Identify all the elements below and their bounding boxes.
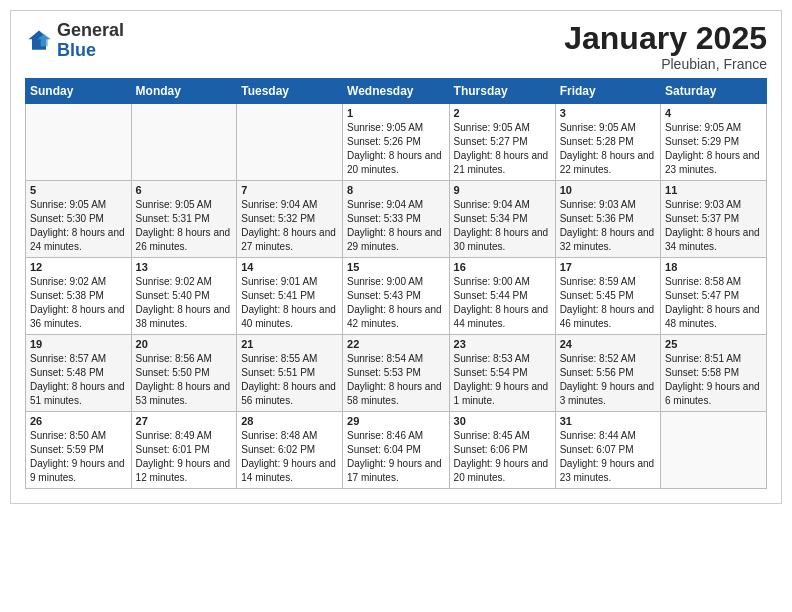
day-number: 26 [30, 415, 127, 427]
day-number: 16 [454, 261, 551, 273]
weekday-header-row: SundayMondayTuesdayWednesdayThursdayFrid… [26, 79, 767, 104]
day-info: Sunrise: 8:53 AM Sunset: 5:54 PM Dayligh… [454, 352, 551, 408]
day-cell: 6Sunrise: 9:05 AM Sunset: 5:31 PM Daylig… [131, 181, 237, 258]
day-info: Sunrise: 9:02 AM Sunset: 5:40 PM Dayligh… [136, 275, 233, 331]
weekday-header-thursday: Thursday [449, 79, 555, 104]
day-info: Sunrise: 8:51 AM Sunset: 5:58 PM Dayligh… [665, 352, 762, 408]
day-cell: 30Sunrise: 8:45 AM Sunset: 6:06 PM Dayli… [449, 412, 555, 489]
day-number: 5 [30, 184, 127, 196]
day-number: 11 [665, 184, 762, 196]
day-cell [26, 104, 132, 181]
day-cell: 7Sunrise: 9:04 AM Sunset: 5:32 PM Daylig… [237, 181, 343, 258]
day-info: Sunrise: 9:05 AM Sunset: 5:26 PM Dayligh… [347, 121, 445, 177]
day-info: Sunrise: 9:05 AM Sunset: 5:28 PM Dayligh… [560, 121, 656, 177]
day-info: Sunrise: 8:56 AM Sunset: 5:50 PM Dayligh… [136, 352, 233, 408]
day-cell: 17Sunrise: 8:59 AM Sunset: 5:45 PM Dayli… [555, 258, 660, 335]
day-number: 31 [560, 415, 656, 427]
day-number: 29 [347, 415, 445, 427]
day-number: 30 [454, 415, 551, 427]
logo-text: General Blue [57, 21, 124, 61]
day-info: Sunrise: 9:01 AM Sunset: 5:41 PM Dayligh… [241, 275, 338, 331]
page-header: General Blue January 2025 Pleubian, Fran… [25, 21, 767, 72]
weekday-header-friday: Friday [555, 79, 660, 104]
day-number: 28 [241, 415, 338, 427]
day-number: 14 [241, 261, 338, 273]
day-number: 21 [241, 338, 338, 350]
day-info: Sunrise: 8:48 AM Sunset: 6:02 PM Dayligh… [241, 429, 338, 485]
day-cell: 15Sunrise: 9:00 AM Sunset: 5:43 PM Dayli… [343, 258, 450, 335]
day-cell: 11Sunrise: 9:03 AM Sunset: 5:37 PM Dayli… [661, 181, 767, 258]
calendar-table: SundayMondayTuesdayWednesdayThursdayFrid… [25, 78, 767, 489]
day-cell: 23Sunrise: 8:53 AM Sunset: 5:54 PM Dayli… [449, 335, 555, 412]
day-number: 23 [454, 338, 551, 350]
weekday-header-wednesday: Wednesday [343, 79, 450, 104]
day-number: 2 [454, 107, 551, 119]
day-cell: 19Sunrise: 8:57 AM Sunset: 5:48 PM Dayli… [26, 335, 132, 412]
day-cell: 28Sunrise: 8:48 AM Sunset: 6:02 PM Dayli… [237, 412, 343, 489]
day-number: 17 [560, 261, 656, 273]
day-info: Sunrise: 9:04 AM Sunset: 5:33 PM Dayligh… [347, 198, 445, 254]
day-info: Sunrise: 8:59 AM Sunset: 5:45 PM Dayligh… [560, 275, 656, 331]
day-cell: 9Sunrise: 9:04 AM Sunset: 5:34 PM Daylig… [449, 181, 555, 258]
day-cell: 13Sunrise: 9:02 AM Sunset: 5:40 PM Dayli… [131, 258, 237, 335]
day-info: Sunrise: 8:55 AM Sunset: 5:51 PM Dayligh… [241, 352, 338, 408]
day-number: 9 [454, 184, 551, 196]
day-number: 20 [136, 338, 233, 350]
day-cell: 24Sunrise: 8:52 AM Sunset: 5:56 PM Dayli… [555, 335, 660, 412]
day-number: 22 [347, 338, 445, 350]
logo-icon [25, 27, 53, 55]
day-cell: 20Sunrise: 8:56 AM Sunset: 5:50 PM Dayli… [131, 335, 237, 412]
day-number: 4 [665, 107, 762, 119]
logo: General Blue [25, 21, 124, 61]
day-number: 7 [241, 184, 338, 196]
day-cell: 16Sunrise: 9:00 AM Sunset: 5:44 PM Dayli… [449, 258, 555, 335]
day-number: 8 [347, 184, 445, 196]
day-number: 18 [665, 261, 762, 273]
day-info: Sunrise: 8:54 AM Sunset: 5:53 PM Dayligh… [347, 352, 445, 408]
day-cell: 1Sunrise: 9:05 AM Sunset: 5:26 PM Daylig… [343, 104, 450, 181]
day-number: 13 [136, 261, 233, 273]
day-cell: 12Sunrise: 9:02 AM Sunset: 5:38 PM Dayli… [26, 258, 132, 335]
day-cell: 26Sunrise: 8:50 AM Sunset: 5:59 PM Dayli… [26, 412, 132, 489]
day-cell [131, 104, 237, 181]
day-info: Sunrise: 9:05 AM Sunset: 5:31 PM Dayligh… [136, 198, 233, 254]
day-number: 15 [347, 261, 445, 273]
month-title: January 2025 [564, 21, 767, 56]
day-cell: 25Sunrise: 8:51 AM Sunset: 5:58 PM Dayli… [661, 335, 767, 412]
week-row-2: 5Sunrise: 9:05 AM Sunset: 5:30 PM Daylig… [26, 181, 767, 258]
day-cell: 22Sunrise: 8:54 AM Sunset: 5:53 PM Dayli… [343, 335, 450, 412]
weekday-header-monday: Monday [131, 79, 237, 104]
day-info: Sunrise: 8:58 AM Sunset: 5:47 PM Dayligh… [665, 275, 762, 331]
day-info: Sunrise: 9:03 AM Sunset: 5:37 PM Dayligh… [665, 198, 762, 254]
day-cell: 4Sunrise: 9:05 AM Sunset: 5:29 PM Daylig… [661, 104, 767, 181]
day-number: 25 [665, 338, 762, 350]
weekday-header-tuesday: Tuesday [237, 79, 343, 104]
day-info: Sunrise: 8:46 AM Sunset: 6:04 PM Dayligh… [347, 429, 445, 485]
title-block: January 2025 Pleubian, France [564, 21, 767, 72]
day-number: 24 [560, 338, 656, 350]
day-cell: 31Sunrise: 8:44 AM Sunset: 6:07 PM Dayli… [555, 412, 660, 489]
day-number: 3 [560, 107, 656, 119]
day-info: Sunrise: 8:45 AM Sunset: 6:06 PM Dayligh… [454, 429, 551, 485]
location: Pleubian, France [564, 56, 767, 72]
weekday-header-saturday: Saturday [661, 79, 767, 104]
day-cell [661, 412, 767, 489]
day-cell: 3Sunrise: 9:05 AM Sunset: 5:28 PM Daylig… [555, 104, 660, 181]
day-number: 10 [560, 184, 656, 196]
day-info: Sunrise: 8:49 AM Sunset: 6:01 PM Dayligh… [136, 429, 233, 485]
day-info: Sunrise: 9:00 AM Sunset: 5:44 PM Dayligh… [454, 275, 551, 331]
day-info: Sunrise: 9:05 AM Sunset: 5:29 PM Dayligh… [665, 121, 762, 177]
day-info: Sunrise: 9:03 AM Sunset: 5:36 PM Dayligh… [560, 198, 656, 254]
day-cell: 21Sunrise: 8:55 AM Sunset: 5:51 PM Dayli… [237, 335, 343, 412]
day-number: 27 [136, 415, 233, 427]
day-info: Sunrise: 9:05 AM Sunset: 5:30 PM Dayligh… [30, 198, 127, 254]
week-row-4: 19Sunrise: 8:57 AM Sunset: 5:48 PM Dayli… [26, 335, 767, 412]
day-info: Sunrise: 8:50 AM Sunset: 5:59 PM Dayligh… [30, 429, 127, 485]
day-number: 12 [30, 261, 127, 273]
day-cell: 14Sunrise: 9:01 AM Sunset: 5:41 PM Dayli… [237, 258, 343, 335]
day-number: 1 [347, 107, 445, 119]
day-cell: 10Sunrise: 9:03 AM Sunset: 5:36 PM Dayli… [555, 181, 660, 258]
day-cell: 29Sunrise: 8:46 AM Sunset: 6:04 PM Dayli… [343, 412, 450, 489]
day-cell: 18Sunrise: 8:58 AM Sunset: 5:47 PM Dayli… [661, 258, 767, 335]
day-info: Sunrise: 8:52 AM Sunset: 5:56 PM Dayligh… [560, 352, 656, 408]
